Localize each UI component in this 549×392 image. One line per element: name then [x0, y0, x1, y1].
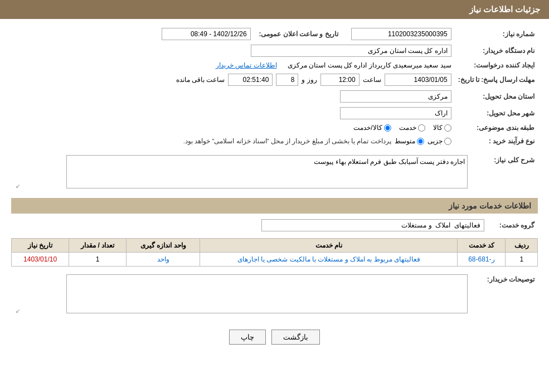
radio-jozi[interactable]: جزیی [427, 137, 451, 145]
col-nam: نام خدمت [200, 239, 458, 253]
sharhKoli-textarea[interactable]: اجاره دفتر پست آسیابک طبق فرم استعلام به… [66, 155, 468, 188]
baghimande-input[interactable] [228, 74, 273, 86]
main-content: شماره نیاز: تاریخ و ساعت اعلان عمومی: نا… [0, 19, 549, 359]
khadamat-section-header: اطلاعات خدمات مورد نیاز [11, 198, 538, 214]
saat-input[interactable] [320, 74, 359, 86]
page-header: جزئیات اطلاعات نیاز [0, 0, 549, 19]
ostan-input[interactable] [340, 90, 451, 103]
roz-input[interactable] [276, 74, 298, 86]
noefarayand-label: نوع فرآیند خرید : [455, 134, 538, 148]
cell-tarikh: 1403/01/10 [12, 253, 69, 267]
radio-kala-khadamat-label: کالا/خدمت [353, 124, 382, 132]
goroh-input[interactable] [261, 219, 484, 231]
mohlat-label: مهلت ارسال پاسخ: تا تاریخ: [455, 71, 538, 88]
radio-kala-khadamat[interactable]: کالا/خدمت [353, 124, 391, 132]
toseih-label: توصیحات خریدار: [471, 272, 538, 317]
cell-radif: 1 [506, 253, 538, 267]
radio-kala[interactable]: کالا [433, 124, 451, 132]
takhannos-label: تاریخ و ساعت اعلان عمومی: [254, 26, 343, 42]
page-wrapper: جزئیات اطلاعات نیاز شماره نیاز: تاریخ و … [0, 0, 549, 392]
table-row: 1 ر-681-68 فعالیتهای مربوط به املاک و مس… [12, 253, 538, 267]
cell-kod: ر-681-68 [458, 253, 506, 267]
shahr-label: شهر محل تحویل: [455, 105, 538, 122]
toseih-table: توصیحات خریدار: ↙ [11, 272, 538, 317]
toseih-resize-icon: ↙ [16, 308, 20, 314]
goroh-table: گروه خدمت: [11, 217, 538, 234]
shomareNiaz-input[interactable] [351, 28, 451, 40]
col-vahed: واحد اندازه گیری [127, 239, 200, 253]
saat-label: ساعت [363, 76, 381, 84]
radio-motevaset[interactable]: متوسط [395, 137, 424, 145]
radio-motevaset-input[interactable] [417, 138, 424, 145]
namDastgah-label: نام دستگاه خریدار: [455, 42, 538, 59]
sharhKoli-label: شرح کلی نیاز: [471, 153, 538, 192]
cell-tedad: 1 [69, 253, 127, 267]
radio-khadamat-label: خدمت [399, 124, 416, 132]
cell-nam: فعالیتهای مربوط به املاک و مستغلات با ما… [200, 253, 458, 267]
services-table: ردیف کد خدمت نام خدمت واحد اندازه گیری ت… [11, 238, 538, 267]
sharhKoli-value: اجاره دفتر پست آسیابک طبق فرم استعلام به… [11, 153, 471, 192]
ijadKonande-value: سید سعید میرسعیدی کاربرداز اداره کل پست … [11, 59, 455, 71]
toseih-value: ↙ [11, 272, 471, 317]
etelaatTamas-link[interactable]: اطلاعات تماس خریدار [216, 61, 277, 69]
shomareNiaz-label: شماره نیاز: [455, 26, 538, 42]
mohlat-row: ساعت روز و ساعت باقی مانده [11, 71, 455, 88]
ostan-value [11, 88, 455, 105]
radio-jozi-input[interactable] [444, 138, 451, 145]
radio-kala-khadamat-input[interactable] [384, 124, 391, 132]
sharh-table: شرح کلی نیاز: اجاره دفتر پست آسیابک طبق … [11, 153, 538, 192]
radio-kala-label: کالا [433, 124, 443, 132]
shomareNiaz-value [343, 26, 455, 42]
radio-motevaset-label: متوسط [395, 137, 415, 145]
back-button[interactable]: بازگشت [271, 330, 320, 345]
info-table: شماره نیاز: تاریخ و ساعت اعلان عمومی: نا… [11, 26, 538, 148]
btn-area: بازگشت چاپ [11, 322, 538, 352]
takhannos-input[interactable] [162, 28, 251, 40]
print-button[interactable]: چاپ [229, 330, 266, 345]
col-radif: ردیف [506, 239, 538, 253]
toseih-textarea[interactable] [66, 274, 468, 313]
ijadKonande-text: سید سعید میرسعیدی کاربرداز اداره کل پست … [288, 61, 451, 69]
cell-vahed: واحد [127, 253, 200, 267]
takhannos-value [11, 26, 254, 42]
resize-icon: ↙ [16, 183, 20, 189]
khadamat-header-text: اطلاعات خدمات مورد نیاز [449, 201, 531, 210]
col-kod: کد خدمت [458, 239, 506, 253]
ostan-label: استان محل تحویل: [455, 88, 538, 105]
tarighe-label: طبقه بندی موضوعی: [455, 122, 538, 134]
tarikh-input[interactable] [385, 74, 451, 86]
noefarayand-note: پرداخت تمام یا بخشی از مبلغ خریدار از مح… [183, 136, 391, 146]
radio-khadamat[interactable]: خدمت [399, 124, 425, 132]
col-tarikh: تاریخ نیاز [12, 239, 69, 253]
baghimande-label: ساعت باقی مانده [176, 76, 225, 84]
ijadKonande-label: ایجاد کننده درخواست: [455, 59, 538, 71]
noefarayand-value: جزیی متوسط پرداخت تمام یا بخشی از مبلغ خ… [11, 134, 455, 148]
col-tedad: تعداد / مقدار [69, 239, 127, 253]
shahr-input[interactable] [340, 107, 451, 119]
goroh-label: گروه خدمت: [488, 217, 538, 234]
shahr-value [11, 105, 455, 122]
namDastgah-input[interactable] [251, 45, 451, 57]
goroh-value [11, 217, 488, 234]
namDastgah-value [11, 42, 455, 59]
tarighe-value: کالا خدمت کالا/خدمت [11, 122, 455, 134]
radio-kala-input[interactable] [444, 124, 451, 132]
page-title: جزئیات اطلاعات نیاز [469, 4, 540, 14]
roz-label: روز و [302, 76, 317, 84]
radio-khadamat-input[interactable] [418, 124, 425, 132]
radio-jozi-label: جزیی [427, 137, 443, 145]
